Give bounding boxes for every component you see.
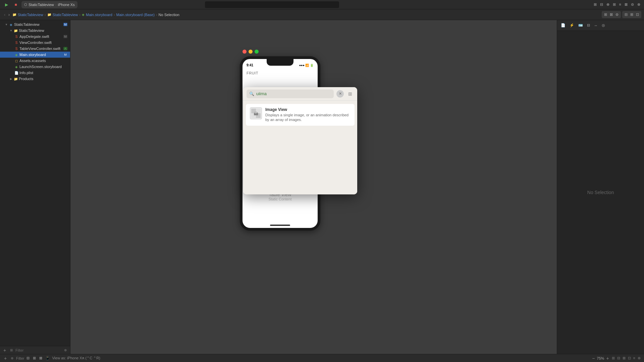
- editor-version-button[interactable]: ⊜: [614, 12, 620, 17]
- inspector-file-icon[interactable]: 📄: [560, 22, 567, 28]
- view-icon-1[interactable]: ⊞: [611, 356, 615, 361]
- sidebar-item-tableviewcontroller[interactable]: S TableViewController.swift A: [0, 46, 70, 52]
- view-icon-6[interactable]: ⊕: [637, 356, 641, 361]
- library-item-info: Image View Displays a single image, or a…: [265, 107, 351, 122]
- breadcrumb-item-2[interactable]: StaticTableview: [53, 13, 78, 17]
- filter-settings-icon[interactable]: ⊕: [63, 348, 68, 353]
- nav-forward-button[interactable]: ›: [7, 12, 11, 18]
- swift-file-icon-3: S: [14, 46, 19, 51]
- inspector-attributes-icon[interactable]: ⊟: [586, 22, 591, 28]
- svg-text:🏔: 🏔: [254, 111, 258, 116]
- traffic-light-green[interactable]: [255, 50, 259, 54]
- iphone-content: FRUIT: [243, 68, 318, 77]
- sidebar-item-project[interactable]: ▼ ◈ StaticTableview M: [0, 21, 70, 27]
- breadcrumb-item-1[interactable]: StaticTableview: [18, 13, 43, 17]
- bottom-add-button[interactable]: +: [3, 356, 8, 361]
- sidebar-item-viewcontroller[interactable]: S ViewController.swift: [0, 40, 70, 46]
- library-popup: 🔍 uiima ✕ ⊞ 🏔: [243, 87, 357, 194]
- breadcrumb-item-4[interactable]: Main.storyboard (Base): [116, 13, 155, 17]
- scheme-sep: ›: [55, 3, 57, 7]
- sidebar: ▼ ◈ StaticTableview M ▼ 📁 StaticTablevie…: [0, 20, 70, 354]
- library-search-field[interactable]: 🔍 uiima: [247, 89, 334, 98]
- right-panel: 📄 ⚡ 🪪 ⊟ ↔ ◎ No Selection: [557, 20, 644, 354]
- breadcrumb-icon-3: ◈: [82, 13, 85, 16]
- bottom-filter-icon[interactable]: ⊕: [9, 356, 15, 361]
- sidebar-item-products[interactable]: ▶ 📁 Products: [0, 76, 70, 82]
- editor-standard-button[interactable]: ⊞: [603, 12, 608, 17]
- breadcrumb-current: No Selection: [159, 13, 179, 17]
- toolbar-icon-5[interactable]: ≡: [618, 2, 622, 7]
- no-selection-label: No Selection: [587, 190, 614, 195]
- library-close-button[interactable]: ✕: [336, 90, 344, 98]
- sidebar-item-assets[interactable]: ◻ Assets.xcassets: [0, 58, 70, 64]
- bottom-toolbar-icon-1[interactable]: ⊟: [25, 355, 31, 361]
- sidebar-item-infoplist[interactable]: 📄 Info.plist: [0, 70, 70, 76]
- inspector-connections-icon[interactable]: ◎: [601, 22, 606, 28]
- view-as-label: View as: iPhone Xʀ (⌃C ⌃R): [52, 356, 100, 360]
- view-icon-5[interactable]: ≡: [633, 356, 636, 361]
- top-search-bar[interactable]: [205, 1, 339, 8]
- nav-back-button[interactable]: ‹: [3, 12, 7, 18]
- toolbar-icon-4[interactable]: ⊞: [612, 2, 617, 7]
- play-button[interactable]: ▶: [3, 1, 10, 8]
- toolbar-icon-7[interactable]: ⊜: [630, 2, 635, 7]
- toolbar-icon-2[interactable]: ⊟: [599, 2, 604, 7]
- zoom-out-button[interactable]: −: [592, 356, 595, 361]
- editor-assistant-button[interactable]: ⊠: [609, 12, 614, 17]
- expand-triangle-products: ▶: [9, 77, 13, 80]
- traffic-light-yellow[interactable]: [249, 50, 253, 54]
- view-icon-2[interactable]: ⊟: [616, 356, 621, 361]
- asset-icon-1: ◻: [14, 58, 19, 63]
- inspector-size-icon[interactable]: ↔: [593, 23, 599, 28]
- toolbar-icon-8[interactable]: ⊗: [636, 2, 641, 7]
- sidebar-item-label-tableviewcontroller: TableViewController.swift: [19, 47, 63, 51]
- storyboard-icon-1: ◈: [14, 52, 19, 57]
- inspector-quick-icon[interactable]: ⚡: [569, 22, 575, 28]
- filter-label: Filter: [15, 348, 23, 352]
- library-item-imageview[interactable]: 🏔 Image View Displays a single image, or…: [246, 104, 355, 126]
- scheme-selector[interactable]: ⬡ StaticTableview › iPhone Xs: [21, 1, 77, 8]
- sidebar-item-label-products: Products: [19, 77, 69, 81]
- panel-left-button[interactable]: ⊟: [624, 12, 629, 17]
- sidebar-item-label-mainstoryboard: Main.storyboard: [19, 53, 63, 57]
- project-icon: ◈: [9, 22, 13, 27]
- breadcrumb-item-3[interactable]: Main.storyboard: [86, 13, 112, 17]
- section-header: FRUIT: [243, 70, 318, 76]
- library-body: 🏔 Image View Displays a single image, or…: [243, 101, 357, 194]
- swift-file-icon-2: S: [14, 40, 19, 45]
- scheme-name: StaticTableview: [29, 3, 54, 7]
- sidebar-item-appdelegate[interactable]: S AppDelegate.swift M: [0, 34, 70, 40]
- bottom-toolbar-icon-3[interactable]: ⊠: [38, 355, 43, 361]
- library-item-desc: Displays a single image, or an animation…: [265, 113, 351, 122]
- editor-controls: ⊞ ⊠ ⊜: [602, 11, 621, 18]
- top-toolbar: ▶ ■ ⬡ StaticTableview › iPhone Xs ⊞ ⊟ ⊕ …: [0, 0, 644, 9]
- right-panel-toolbar: 📄 ⚡ 🪪 ⊟ ↔ ◎: [557, 20, 644, 31]
- zoom-in-button[interactable]: +: [606, 356, 609, 361]
- sidebar-add-button[interactable]: +: [2, 348, 7, 353]
- iphone-titlebar: [240, 47, 320, 56]
- panel-right-button[interactable]: ⊡: [635, 12, 640, 17]
- breadcrumb-icon-2: 📁: [47, 13, 51, 16]
- bottom-toolbar-icon-2[interactable]: ⊞: [32, 355, 37, 361]
- inspector-identity-icon[interactable]: 🪪: [577, 22, 584, 28]
- plist-icon-1: 📄: [14, 70, 19, 75]
- zoom-level-display: 75%: [597, 356, 604, 360]
- stop-button[interactable]: ■: [12, 1, 19, 8]
- view-icon-3[interactable]: ⊠: [622, 356, 626, 361]
- sidebar-item-group[interactable]: ▼ 📁 StaticTableview: [0, 27, 70, 34]
- group-folder-icon: 📁: [13, 28, 18, 33]
- sidebar-item-launchscreen[interactable]: ◈ LaunchScreen.storyboard: [0, 64, 70, 70]
- traffic-light-red[interactable]: [243, 50, 247, 54]
- filter-icon[interactable]: ⊞: [9, 348, 14, 353]
- sidebar-bottom-bar: + ⊞ Filter ⊕: [0, 346, 70, 354]
- expand-triangle: ▼: [5, 23, 8, 26]
- view-icon-4[interactable]: ⊡: [627, 356, 632, 361]
- toolbar-icon-3[interactable]: ⊕: [605, 2, 610, 7]
- toolbar-icon-6[interactable]: ⊠: [624, 2, 629, 7]
- sidebar-item-mainstoryboard[interactable]: ◈ Main.storyboard M: [0, 52, 70, 58]
- library-search-icon: 🔍: [249, 92, 254, 96]
- toolbar-icon-1[interactable]: ⊞: [593, 2, 598, 7]
- panel-bottom-button[interactable]: ⊞: [629, 12, 634, 17]
- bottom-filter-label: Filter: [16, 356, 24, 360]
- library-grid-button[interactable]: ⊞: [346, 90, 354, 98]
